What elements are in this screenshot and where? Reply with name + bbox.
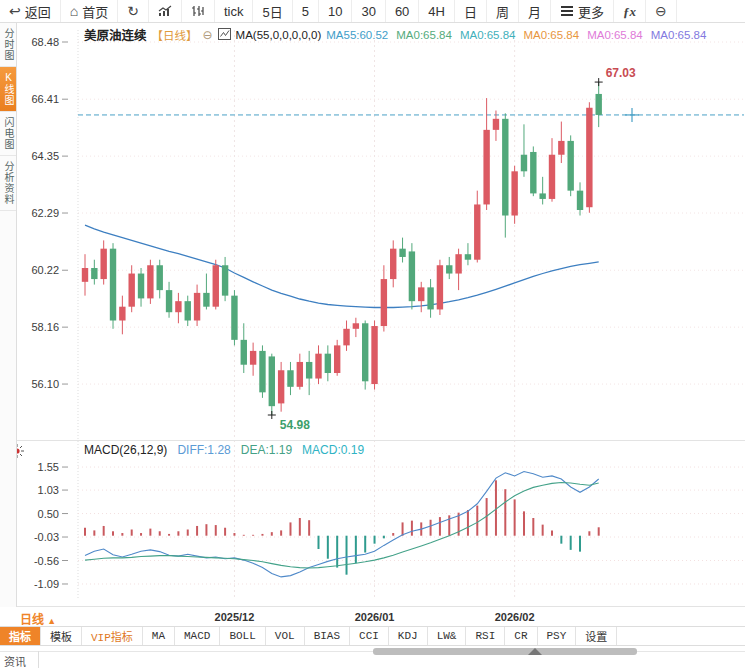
trend-chart-icon	[158, 5, 172, 17]
ma-indicator-icon	[218, 28, 231, 42]
period-week-button-label: 周	[496, 2, 509, 21]
candle-body	[91, 268, 97, 279]
legend-value: MACD:0.19	[302, 443, 364, 457]
sidebar-item-analysis-data[interactable]: 分析资料	[0, 156, 16, 211]
candle-body	[549, 155, 555, 199]
chevron-up-icon: ▲	[47, 616, 56, 626]
candle-body	[100, 249, 106, 279]
candle-body	[446, 265, 452, 273]
period-day-button-label: 日	[464, 2, 477, 21]
candle-body	[493, 119, 499, 130]
symbol-name: 美原油连续	[84, 25, 147, 44]
svg-text:60.22: 60.22	[31, 264, 59, 276]
period-60min-button-label: 60	[395, 4, 409, 19]
candle-body	[138, 274, 144, 299]
date-label: 2025/12	[215, 611, 255, 623]
candle-body	[465, 254, 471, 260]
svg-text:-0.03: -0.03	[34, 531, 59, 543]
tab-macd[interactable]: MACD	[175, 627, 220, 645]
top-toolbar: ↩返回⌂首页↻tick5日51030604H日周月更多ƒx⊖	[0, 0, 745, 23]
trend-chart-button[interactable]	[149, 0, 182, 22]
svg-text:1.55: 1.55	[38, 461, 59, 473]
candle-body	[427, 287, 433, 309]
scrollbar-thumb[interactable]	[373, 648, 637, 655]
sidebar-item-kline-chart[interactable]: K线图	[0, 67, 16, 112]
candle-body	[269, 356, 275, 406]
collapse-icon[interactable]: ⊖	[203, 28, 213, 42]
candle-body	[381, 279, 387, 326]
fx-button[interactable]: ƒx	[614, 0, 646, 22]
legend-value: DIFF:1.28	[177, 443, 230, 457]
svg-text:-0.56: -0.56	[34, 555, 59, 567]
period-day-button[interactable]: 日	[455, 0, 487, 22]
candle-body	[325, 354, 331, 373]
tick-button[interactable]: tick	[215, 0, 254, 22]
svg-text:62.29: 62.29	[31, 207, 59, 219]
candle-chart-button[interactable]	[182, 0, 215, 22]
period-60min-button[interactable]: 60	[386, 0, 419, 22]
more-button[interactable]: 更多	[551, 0, 614, 22]
period-week-button[interactable]: 周	[487, 0, 519, 22]
sidebar-item-time-chart[interactable]: 分时图	[0, 23, 16, 67]
period-5day-button[interactable]: 5日	[253, 0, 292, 22]
sidebar-item-lightning-chart[interactable]: 闪电图	[0, 112, 16, 156]
menu-icon	[560, 10, 574, 12]
candle-body	[353, 323, 359, 329]
candle-body	[437, 265, 443, 309]
tab-lw[interactable]: LW&	[428, 627, 467, 645]
date-label: 2026/01	[355, 611, 395, 623]
period-4h-button-label: 4H	[428, 4, 445, 19]
tab-bias[interactable]: BIAS	[305, 627, 350, 645]
candle-body	[250, 351, 256, 365]
candle-body	[287, 370, 293, 387]
tick-button-label: tick	[224, 4, 244, 19]
candle-body	[399, 249, 405, 257]
period-10min-button[interactable]: 10	[319, 0, 352, 22]
more-button-label: 更多	[578, 2, 604, 21]
candle-body	[586, 108, 592, 207]
legend-value: DEA:1.19	[241, 443, 292, 457]
tab-vol[interactable]: VOL	[266, 627, 305, 645]
period-5min-button[interactable]: 5	[293, 0, 319, 22]
corner-divider	[38, 651, 39, 668]
tab-cr[interactable]: CR	[505, 627, 537, 645]
tab-cci[interactable]: CCI	[350, 627, 389, 645]
news-corner-label[interactable]: 资讯	[4, 653, 26, 668]
fx-icon: ƒx	[623, 5, 636, 18]
chart-canvas[interactable]: 68.4866.4164.3562.2960.2258.1656.101.551…	[16, 23, 745, 608]
tab-psy[interactable]: PSY	[538, 627, 577, 645]
tab-template[interactable]: 模板	[41, 627, 82, 645]
candle-body	[129, 274, 135, 307]
home-button[interactable]: ⌂首页	[61, 0, 118, 22]
period-30min-button[interactable]: 30	[352, 0, 385, 22]
candle-body	[362, 323, 368, 381]
svg-text:58.16: 58.16	[31, 321, 59, 333]
candle-body	[157, 265, 163, 290]
legend-value: MA0:65.84	[524, 29, 580, 41]
back-icon: ↩	[9, 4, 21, 18]
tab-indicator[interactable]: 指标	[0, 627, 41, 645]
back-button[interactable]: ↩返回	[0, 0, 61, 22]
period-selector-button[interactable]: 日线 ▲	[20, 610, 56, 627]
tab-kdj[interactable]: KDJ	[389, 627, 428, 645]
period-tag: 【日线】	[152, 27, 198, 43]
period-month-button[interactable]: 月	[519, 0, 551, 22]
tab-rsi[interactable]: RSI	[466, 627, 505, 645]
period-4h-button[interactable]: 4H	[419, 0, 455, 22]
candle-body	[511, 171, 517, 215]
refresh-button[interactable]: ↻	[118, 0, 149, 22]
zoom-out-button[interactable]: ⊖	[646, 0, 677, 22]
candle-body	[567, 141, 573, 191]
tab-settings[interactable]: 设置	[576, 627, 617, 645]
tab-vip-indicator[interactable]: VIP指标	[82, 627, 143, 645]
svg-text:56.10: 56.10	[31, 378, 59, 390]
tab-ma[interactable]: MA	[143, 627, 175, 645]
date-label: 2026/02	[495, 611, 535, 623]
period-5min-button-label: 5	[302, 4, 309, 19]
candle-body	[315, 354, 321, 379]
chart-type-sidebar: 分时图K线图闪电图分析资料	[0, 23, 17, 607]
tab-boll[interactable]: BOLL	[220, 627, 265, 645]
scroll-up-arrow-icon[interactable]	[528, 648, 542, 655]
candle-body	[502, 119, 508, 216]
candle-body	[521, 155, 527, 172]
